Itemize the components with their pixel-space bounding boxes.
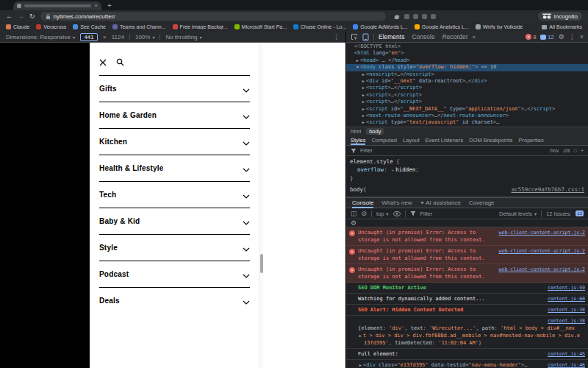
twisty-icon[interactable]: ▶ [361,119,366,126]
tab-layout[interactable]: Layout [403,137,420,144]
tab-styles[interactable]: Styles [351,136,365,145]
bookmark-item[interactable]: Microsoft Start Pa... [234,24,287,29]
source-link[interactable]: web-client-content-script.js:2 [499,266,585,273]
bookmark-item[interactable]: Wirify by Volkside [476,24,523,29]
twisty-icon[interactable]: ▶ [361,85,366,91]
console-sidebar-icon[interactable]: ◫ [351,210,357,217]
bookmark-item[interactable]: Chase Online - Lo... [293,24,346,29]
breadcrumb-item[interactable]: html [351,128,361,135]
dom-tree-row[interactable]: <html lang="en"> [346,50,588,57]
log-levels-select[interactable]: Default levels▾ [499,210,537,217]
toggle-hov-button[interactable]: :hov [549,148,559,153]
bookmark-item[interactable]: Free Image Backgr... [173,24,228,29]
bookmark-item[interactable]: Veracross [36,24,66,29]
menu-item[interactable]: Tech [99,181,250,208]
menu-item[interactable]: Deals [99,287,250,314]
new-style-rule-button[interactable]: + [581,148,584,153]
menu-item[interactable]: Home & Garden [99,102,250,128]
menu-item[interactable]: Style [99,234,250,261]
console-message[interactable]: SEO Alert: Hidden Content Detectedconten… [346,305,588,316]
console-message[interactable]: Watching for dynamically added content..… [346,294,588,305]
dom-tree-row[interactable]: ▶<script>…</script> [346,92,588,99]
all-bookmarks-button[interactable]: All Bookmarks [542,24,582,29]
body-rule-selector[interactable]: body [350,185,363,194]
dimensions-select[interactable]: Dimensions: Responsive▾ [6,34,75,40]
tab-close-icon[interactable]: × [94,3,98,9]
console-message[interactable]: ▶ <div class="e13fd395" data-testid="nav… [346,360,588,368]
source-link[interactable]: content.js:38 [548,318,585,324]
nav-overlay-backdrop[interactable] [0,43,90,368]
scrollbar[interactable] [259,43,263,368]
inline-style-selector[interactable]: element.style [350,158,393,165]
bookmark-item[interactable]: Google Analytics L... [415,24,469,29]
issues-label[interactable]: 12 Issues: [546,210,571,217]
search-icon[interactable] [116,58,124,66]
bookmark-item[interactable]: Google AdWords L... [353,24,407,29]
extension-icon[interactable] [422,14,427,19]
css-property-name[interactable]: overflow [357,166,384,173]
tab-console[interactable]: Console [412,33,434,40]
dom-tree-row[interactable]: ▶<script type="text/javascript" id chars… [346,119,588,126]
twisty-icon[interactable]: ▶ [361,78,366,85]
new-tab-button[interactable]: + [107,1,112,10]
address-bar[interactable]: nytimes.com/wirecutter/ [40,12,386,21]
viewport-width-input[interactable] [80,33,98,41]
extension-icon[interactable] [431,14,436,19]
breadcrumb-item[interactable]: body [366,128,384,135]
tab-computed[interactable]: Computed [371,137,397,144]
twisty-icon[interactable]: ▼ [355,64,360,71]
console-message[interactable]: Full element:content.js:45 [346,349,588,360]
eye-icon[interactable] [393,211,401,216]
dom-tree-row[interactable]: ▶<noscript>…</noscript> [346,71,588,78]
source-link[interactable]: content.js:59 [548,284,585,291]
forward-button[interactable]: → [18,10,24,22]
twisty-icon[interactable]: ▶ [358,361,363,368]
source-link[interactable]: web-client-content-script.js:2 [499,247,585,255]
source-link[interactable]: content.js:45 [548,350,585,358]
console-message[interactable]: ×Uncaught (in promise) Error: Access tos… [346,246,588,264]
twisty-icon[interactable]: ▶ [358,332,363,339]
browser-tab[interactable]: × [13,1,101,10]
error-count-badge[interactable]: ×8 [526,34,536,40]
menu-item[interactable]: Podcast [99,261,250,287]
console-message[interactable]: ×Uncaught (in promise) Error: Access tos… [346,264,588,283]
css-property-value[interactable]: hidden [395,166,415,173]
dom-tree-row[interactable]: ▼<body class style="overflow: hidden;"> … [346,64,588,71]
back-button[interactable]: ← [6,10,12,22]
tab-recorder[interactable]: Recorder [442,33,468,40]
css-source-link[interactable]: ac559cce9afb76b7.css:1 [512,185,584,194]
devtools-menu-icon[interactable]: ⋮ [569,34,576,40]
twisty-icon[interactable]: ▶ [361,106,366,113]
source-link[interactable]: web-client-content-script.js:2 [499,229,585,236]
source-link[interactable]: content.js:46 [548,361,585,368]
grid-icon[interactable]: □ [574,148,577,153]
puzzle-icon[interactable] [394,13,401,20]
drawer-tab-coverage[interactable]: Coverage [469,199,495,206]
dom-tree-row[interactable]: ▶<script>…</script> [346,99,588,105]
device-toolbar-menu-icon[interactable]: ⋮ [333,33,340,40]
source-link[interactable]: content.js:38 [548,306,585,314]
clear-console-icon[interactable]: ⊘ [362,210,368,217]
menu-item[interactable]: Baby & Kid [99,208,250,234]
console-message[interactable]: ×Uncaught (in promise) Error: Access tos… [346,227,588,246]
dom-tree-row[interactable]: ▶<script id="__NEXT_DATA__" type="applic… [346,106,588,113]
zoom-select[interactable]: 100%▾ [135,34,154,40]
tab-dom-breakpoints[interactable]: DOM Breakpoints [469,137,512,144]
twisty-icon[interactable]: ▶ [361,92,366,99]
extension-icon[interactable] [404,14,409,19]
issues-chip[interactable]: 12 [576,210,584,216]
console-filter-input[interactable]: Filter [420,210,433,217]
drawer-tab-what-s-new[interactable]: What's new [381,199,412,206]
drawer-tab-ai-assistance[interactable]: ✦ AI assistance [420,199,460,206]
bookmark-item[interactable]: Claude [6,24,29,29]
source-link[interactable]: content.js:60 [548,295,585,302]
more-tabs-icon[interactable]: » [473,34,476,40]
execution-context-select[interactable]: top▾ [376,210,388,217]
twisty-icon[interactable]: ▶ [355,57,360,64]
dom-tree-row[interactable]: ▶<next-route-announcer>…</next-route-ann… [346,113,588,119]
device-toolbar-toggle-icon[interactable] [362,33,369,41]
throttling-select[interactable]: No throttling▾ [165,34,201,40]
tab-event-listeners[interactable]: Event Listeners [426,137,464,144]
console-message[interactable]: content.js:38{element: 'div', text: 'Wir… [346,316,588,349]
css-declaration[interactable]: overflow: ▸hidden; [350,166,584,174]
